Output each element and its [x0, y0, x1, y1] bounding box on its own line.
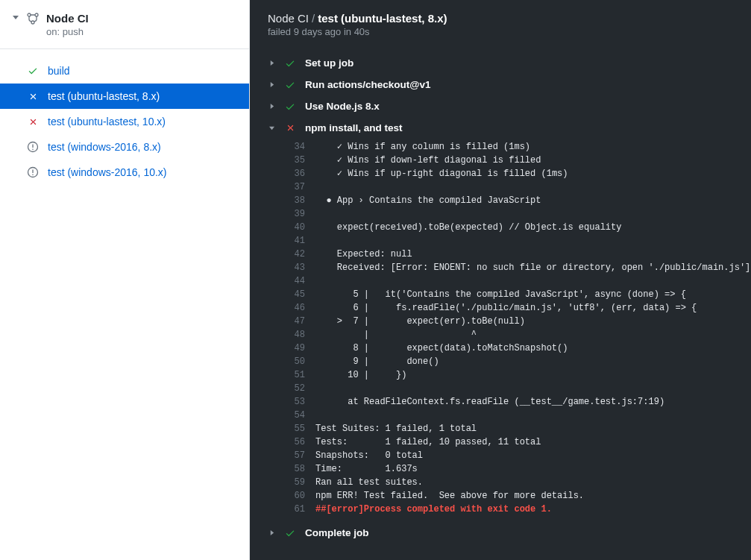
log-line: 57Snapshots: 0 total: [286, 449, 751, 462]
log-line-number: 46: [286, 301, 315, 315]
step-row[interactable]: Use Node.js 8.x: [250, 95, 751, 117]
log-line: 49 8 | expect(data).toMatchSnapshot(): [286, 342, 751, 355]
job-item[interactable]: build: [0, 58, 249, 84]
log-line: 37: [286, 180, 751, 194]
log-line-number: 40: [286, 221, 315, 234]
log-line-text: Ran all test suites.: [315, 476, 733, 489]
check-icon: [284, 58, 296, 69]
skip-icon: [27, 141, 39, 153]
log-line-number: 45: [286, 288, 315, 301]
log-line-number: 42: [286, 248, 315, 261]
log-output: 34 ✓ Wins if any column is filled (1ms)3…: [250, 139, 751, 522]
log-line-text: ● App › Contains the compiled JavaScript: [315, 194, 733, 207]
log-line-text: [315, 274, 733, 288]
log-line-text: ##[error]Process completed with exit cod…: [315, 503, 733, 516]
job-label: test (ubuntu-lastest, 10.x): [48, 116, 166, 128]
log-line-number: 55: [286, 422, 315, 435]
log-line: 48 | ^: [286, 328, 751, 342]
step-row[interactable]: npm install, and test: [250, 117, 751, 139]
skip-icon: [27, 166, 39, 178]
check-icon: [284, 101, 296, 112]
log-line: 61##[error]Process completed with exit c…: [286, 503, 751, 516]
caret-right-icon: [268, 82, 275, 87]
log-line: 42 Expected: null: [286, 248, 751, 261]
job-item[interactable]: test (ubuntu-lastest, 10.x): [0, 109, 249, 134]
job-item[interactable]: test (windows-2016, 10.x): [0, 160, 249, 185]
log-line-number: 35: [286, 154, 315, 167]
log-line-text: Time: 1.637s: [315, 462, 733, 476]
log-line: 51 10 | }): [286, 368, 751, 382]
log-line-text: 9 | done(): [315, 355, 733, 368]
job-label: test (ubuntu-lastest, 8.x): [48, 90, 160, 102]
workflow-header[interactable]: Node CI on: push: [0, 0, 249, 49]
svg-point-8: [32, 174, 34, 175]
log-line-text: 6 | fs.readFile('./public/main.js', 'utf…: [315, 301, 733, 315]
log-line: 39: [286, 207, 751, 221]
step-label: Run actions/checkout@v1: [305, 79, 430, 90]
x-icon: [27, 92, 39, 101]
breadcrumb-parent[interactable]: Node CI: [268, 12, 309, 25]
log-line-number: 49: [286, 342, 315, 355]
log-line-text: Tests: 1 failed, 10 passed, 11 total: [315, 435, 733, 449]
step-row[interactable]: Complete job: [250, 522, 751, 544]
workflow-trigger: on: push: [46, 26, 89, 37]
log-line: 56Tests: 1 failed, 10 passed, 11 total: [286, 435, 751, 449]
log-line-text: npm ERR! Test failed. See above for more…: [315, 489, 733, 503]
svg-point-1: [35, 13, 38, 16]
x-icon: [284, 123, 296, 133]
log-line-text: | ^: [315, 328, 733, 342]
log-line: 38 ● App › Contains the compiled JavaScr…: [286, 194, 751, 207]
log-line-text: [315, 207, 733, 221]
log-line: 43 Received: [Error: ENOENT: no such fil…: [286, 261, 751, 274]
log-line-number: 36: [286, 167, 315, 180]
log-line-text: Expected: null: [315, 248, 733, 261]
log-line-text: Test Suites: 1 failed, 1 total: [315, 422, 733, 435]
workflow-icon: [27, 12, 39, 25]
log-line-text: 8 | expect(data).toMatchSnapshot(): [315, 342, 733, 355]
log-line-text: at ReadFileContext.fs.readFile (__test__…: [315, 395, 733, 409]
log-line-text: > 7 | expect(err).toBe(null): [315, 315, 733, 328]
breadcrumb: Node CI/test (ubuntu-lastest, 8.x): [268, 12, 733, 25]
log-line-text: [315, 234, 733, 248]
check-icon: [284, 528, 296, 538]
log-line-text: [315, 382, 733, 395]
step-label: Complete job: [305, 527, 369, 538]
log-line: 44: [286, 274, 751, 288]
log-line: 45 5 | it('Contains the compiled JavaScr…: [286, 288, 751, 301]
log-line-number: 58: [286, 462, 315, 476]
log-line: 34 ✓ Wins if any column is filled (1ms): [286, 140, 751, 154]
step-label: Use Node.js 8.x: [305, 101, 380, 112]
log-line-text: 10 | }): [315, 368, 733, 382]
log-line-number: 52: [286, 382, 315, 395]
log-line-text: [315, 180, 733, 194]
log-line-number: 56: [286, 435, 315, 449]
log-line-number: 41: [286, 234, 315, 248]
step-row[interactable]: Run actions/checkout@v1: [250, 74, 751, 95]
job-status-line: failed 9 days ago in 40s: [268, 26, 733, 37]
log-line: 47 > 7 | expect(err).toBe(null): [286, 315, 751, 328]
log-line-text: [315, 409, 733, 422]
caret-down-icon: [12, 12, 19, 20]
job-list: buildtest (ubuntu-lastest, 8.x)test (ubu…: [0, 49, 249, 185]
job-item[interactable]: test (windows-2016, 8.x): [0, 134, 249, 160]
log-line-text: ✓ Wins if any column is filled (1ms): [315, 140, 733, 154]
log-line-number: 57: [286, 449, 315, 462]
log-line-text: expect(received).toBe(expected) // Objec…: [315, 221, 733, 234]
log-line-text: ✓ Wins if down-left diagonal is filled: [315, 154, 733, 167]
sidebar: Node CI on: push buildtest (ubuntu-laste…: [0, 0, 250, 560]
log-line-number: 39: [286, 207, 315, 221]
check-icon: [284, 80, 296, 90]
log-line-number: 61: [286, 503, 315, 516]
log-line: 54: [286, 409, 751, 422]
job-item[interactable]: test (ubuntu-lastest, 8.x): [0, 84, 249, 109]
workflow-name: Node CI: [46, 12, 89, 25]
caret-right-icon: [268, 60, 275, 66]
step-row[interactable]: Set up job: [250, 52, 751, 74]
main-header: Node CI/test (ubuntu-lastest, 8.x) faile…: [250, 0, 751, 46]
log-line-text: Received: [Error: ENOENT: no such file o…: [315, 261, 750, 274]
log-line-number: 50: [286, 355, 315, 368]
caret-right-icon: [268, 530, 275, 535]
log-line: 36 ✓ Wins if up-right diagonal is filled…: [286, 167, 751, 180]
caret-right-icon: [268, 104, 275, 109]
log-line: 35 ✓ Wins if down-left diagonal is fille…: [286, 154, 751, 167]
